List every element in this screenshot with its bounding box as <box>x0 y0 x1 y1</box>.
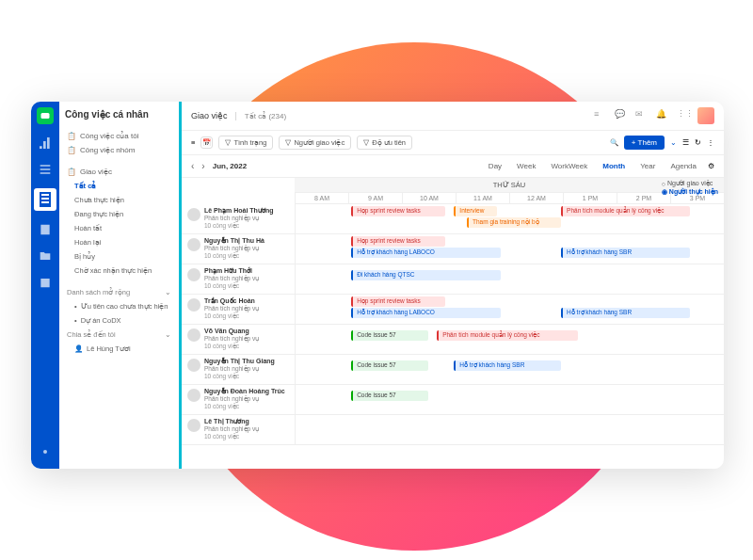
task-bar[interactable]: Hỗ trợ khách hàng SBR <box>454 360 561 371</box>
filter-all[interactable]: Tất cả <box>72 179 173 193</box>
user-avatar[interactable] <box>697 107 714 124</box>
settings-icon[interactable] <box>38 444 53 459</box>
filter-doing[interactable]: Đang thực hiện <box>72 207 173 221</box>
menu-icon[interactable]: ≡ <box>594 109 607 122</box>
filter-cancel[interactable]: Bị hủy <box>72 249 173 264</box>
calendar-view-icon[interactable]: 📅 <box>200 136 213 149</box>
view-agenda[interactable]: Agenda <box>666 160 700 172</box>
task-bar[interactable]: Phân tích module quản lý công việc <box>561 206 690 216</box>
task-bar[interactable]: Họp sprint review tasks <box>351 296 445 307</box>
nav-folder-icon[interactable] <box>38 248 53 264</box>
task-count: 10 công việc <box>204 312 259 320</box>
hour-label: 10 AM <box>402 193 456 204</box>
view-day[interactable]: Day <box>485 160 505 172</box>
filter-wait[interactable]: Chờ xác nhận thực hiện <box>72 264 173 278</box>
calendar-bar: ‹ › Jun, 2022 Day Week WorkWeek Month Ye… <box>182 155 724 178</box>
nav-calendar-icon[interactable] <box>38 275 53 290</box>
navigation-sidebar: Công việc cá nhân 📋 Công việc của tôi 📋 … <box>59 102 182 469</box>
add-button[interactable]: + Thêm <box>624 136 665 150</box>
task-count: 10 công việc <box>204 282 259 290</box>
view-year[interactable]: Year <box>636 160 659 172</box>
task-bar[interactable]: Tham gia training nội bộ <box>467 217 561 228</box>
status-filter[interactable]: ▽ Tình trạng <box>218 136 273 150</box>
task-bar[interactable]: Phân tích module quản lý công việc <box>437 330 578 341</box>
comment-icon[interactable]: 💬 <box>615 109 628 122</box>
shared-group[interactable]: Chia sẻ đến tôi⌄ <box>65 328 173 342</box>
person-role: Phân tích nghiệp vụ <box>204 335 259 343</box>
tab-count[interactable]: Tất cả (234) <box>245 112 286 120</box>
task-count: 10 công việc <box>204 252 264 260</box>
person-name: Phạm Hữu Thới <box>204 267 259 275</box>
task-bar[interactable]: Hỗ trợ khách hàng LABOCO <box>351 308 501 318</box>
hour-label: 12 AM <box>509 193 563 204</box>
hour-label: 9 AM <box>348 193 402 204</box>
task-bar[interactable]: Code issue 57 <box>351 391 428 401</box>
priority-filter[interactable]: ▽ Độ ưu tiên <box>357 136 412 150</box>
codx-project-link[interactable]: • Dự án CoDX <box>72 313 173 328</box>
schedule-grid: Lê Phạm Hoài ThươngPhân tích nghiệp vụ10… <box>182 204 724 469</box>
assigner-filter[interactable]: ▽ Người giao việc <box>279 136 351 150</box>
search-icon[interactable]: 🔍 <box>610 138 618 147</box>
cal-settings-icon[interactable]: ⚙ <box>708 162 714 170</box>
task-bar[interactable]: Hỗ trợ khách hàng LABOCO <box>351 248 501 258</box>
dropdown-icon[interactable]: ⌄ <box>670 138 677 147</box>
day-label: THỨ SÁU ○ Người giao việc ◉ Người thực h… <box>295 178 724 193</box>
person-avatar <box>187 359 200 372</box>
more-icon[interactable]: ⋮ <box>707 138 714 147</box>
view-week[interactable]: Week <box>513 160 539 172</box>
person-role: Phân tích nghiệp vụ <box>204 425 259 433</box>
nav-tasks-icon[interactable] <box>34 188 56 211</box>
person-role: Phân tích nghiệp vụ <box>204 395 285 403</box>
person-avatar <box>187 389 200 402</box>
apps-icon[interactable]: ⋮⋮ <box>677 109 690 122</box>
person-name: Nguyễn Thị Thu Hà <box>204 237 264 245</box>
group-tasks-link[interactable]: 📋 Công việc nhóm <box>65 143 173 157</box>
task-bar[interactable]: Hỗ trợ khách hàng SBR <box>561 248 690 258</box>
svg-rect-0 <box>41 113 50 119</box>
chevron-down-icon: ⌄ <box>165 288 171 296</box>
task-bar[interactable]: Hỗ trợ khách hàng SBR <box>561 308 690 318</box>
radio-assigner[interactable]: ○ Người giao việc <box>662 180 718 187</box>
radio-executor[interactable]: ◉ Người thực hiện <box>662 188 718 196</box>
high-priority-link[interactable]: • Ưu tiên cao chưa thực hiện <box>72 299 173 313</box>
task-bar[interactable]: Code issue 57 <box>351 330 428 341</box>
task-count: 10 công việc <box>204 433 259 440</box>
my-tasks-link[interactable]: 📋 Công việc của tôi <box>65 129 173 143</box>
task-bar[interactable]: Interview <box>454 206 497 216</box>
task-count: 10 công việc <box>204 222 273 230</box>
filter-not-done[interactable]: Chưa thực hiện <box>72 193 173 207</box>
chevron-down-icon: ⌄ <box>165 330 171 339</box>
filter-done[interactable]: Hoàn tất <box>72 221 173 235</box>
task-bar[interactable]: Họp sprint review tasks <box>351 206 445 216</box>
person-role: Phân tích nghiệp vụ <box>204 305 259 312</box>
icon-sidebar <box>31 102 59 469</box>
task-count: 10 công việc <box>204 343 259 350</box>
prev-month[interactable]: ‹ <box>191 161 194 171</box>
assign-link[interactable]: 📋 Giao việc <box>65 165 173 179</box>
refresh-icon[interactable]: ↻ <box>695 138 701 147</box>
nav-notes-icon[interactable] <box>38 222 53 237</box>
list-view-icon[interactable]: ≡ <box>191 138 195 147</box>
person-row: Võ Văn QuangPhân tích nghiệp vụ10 công v… <box>182 325 724 355</box>
task-bar[interactable]: Họp sprint review tasks <box>351 236 445 247</box>
shared-person[interactable]: 👤 Lê Hùng Tươi <box>72 342 173 356</box>
next-month[interactable]: › <box>201 161 204 171</box>
person-row: Nguyễn Thị Thu HàPhân tích nghiệp vụ10 c… <box>182 234 724 264</box>
person-row: Phạm Hữu ThớiPhân tích nghiệp vụ10 công … <box>182 264 724 295</box>
filter-back[interactable]: Hoàn lại <box>72 235 173 249</box>
task-bar[interactable]: Đi khách hàng QTSC <box>351 270 501 280</box>
person-avatar <box>187 268 200 281</box>
view-month[interactable]: Month <box>599 160 629 172</box>
listview-icon[interactable]: ☰ <box>682 138 689 147</box>
hour-label: 11 AM <box>456 193 509 204</box>
task-count: 10 công việc <box>204 403 285 410</box>
nav-list-icon[interactable] <box>38 162 53 177</box>
expanded-group[interactable]: Danh sách mở rộng⌄ <box>65 285 173 299</box>
task-bar[interactable]: Code issue 57 <box>351 360 428 371</box>
mail-icon[interactable]: ✉ <box>635 109 649 122</box>
bell-icon[interactable]: 🔔 <box>656 109 669 122</box>
person-role: Phân tích nghiệp vụ <box>204 365 275 373</box>
view-workweek[interactable]: WorkWeek <box>547 160 591 172</box>
top-bar: Giao việc | Tất cả (234) ≡ 💬 ✉ 🔔 ⋮⋮ <box>182 102 724 131</box>
nav-dashboard-icon[interactable] <box>38 136 53 151</box>
